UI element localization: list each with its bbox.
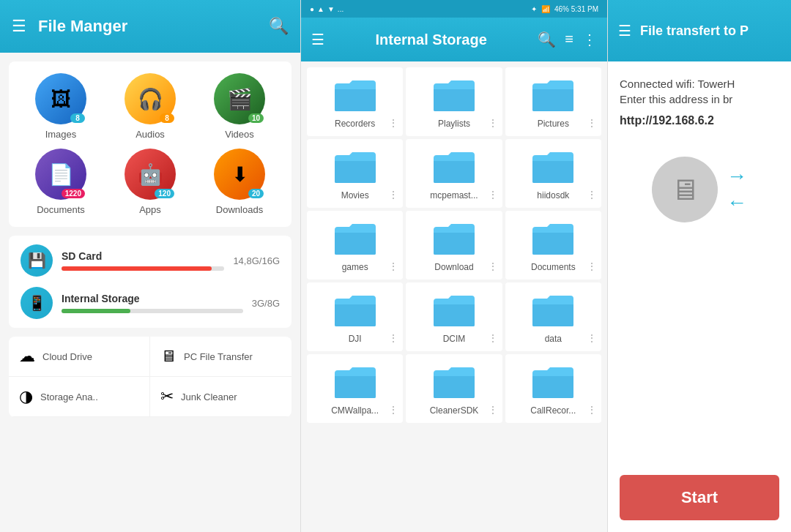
internal-size: 3G/8G xyxy=(252,298,280,309)
cloud-drive-icon: ☁ xyxy=(19,347,35,366)
file-item[interactable]: Download ⋮ xyxy=(406,211,502,280)
folder-icon xyxy=(333,78,377,113)
file-item[interactable]: CallRecor... ⋮ xyxy=(505,354,601,423)
sd-card-info: SD Card xyxy=(62,250,224,271)
folder-menu-icon[interactable]: ⋮ xyxy=(488,117,498,129)
folder-icon xyxy=(531,221,575,256)
folder-menu-icon[interactable]: ⋮ xyxy=(388,404,398,416)
grid-item-videos[interactable]: 🎬 10 Videos xyxy=(199,73,280,140)
header-icons: 🔍 ≡ ⋮ xyxy=(538,31,597,48)
folder-menu-icon[interactable]: ⋮ xyxy=(587,189,597,201)
folder-name: Download xyxy=(434,262,473,272)
file-item[interactable]: Playlists ⋮ xyxy=(406,67,502,136)
panel2-hamburger-icon[interactable]: ☰ xyxy=(311,31,324,48)
file-item[interactable]: DCIM ⋮ xyxy=(406,282,502,351)
folder-name: CallRecor... xyxy=(530,405,576,416)
file-item[interactable]: Movies ⋮ xyxy=(307,139,403,208)
file-item[interactable]: Documents ⋮ xyxy=(505,211,601,280)
folder-menu-icon[interactable]: ⋮ xyxy=(587,404,597,416)
folder-name: hiidosdk xyxy=(537,190,569,201)
menu-item-junk-cleaner[interactable]: ✂ Junk Cleaner xyxy=(150,377,291,417)
transfer-arrows: → ← xyxy=(727,165,747,214)
grid-item-downloads[interactable]: ⬇ 20 Downloads xyxy=(199,149,280,215)
panel2-search-icon[interactable]: 🔍 xyxy=(538,31,556,48)
cloud-drive-label: Cloud Drive xyxy=(42,351,92,362)
folder-menu-icon[interactable]: ⋮ xyxy=(488,332,498,344)
file-item[interactable]: Recorders ⋮ xyxy=(307,67,403,136)
folder-menu-icon[interactable]: ⋮ xyxy=(587,332,597,344)
folder-icon xyxy=(531,149,575,184)
folder-menu-icon[interactable]: ⋮ xyxy=(587,261,597,272)
folder-name: mcpemast... xyxy=(430,190,478,201)
search-icon[interactable]: 🔍 xyxy=(269,17,289,36)
transfer-graphic: 🖥 → ← xyxy=(620,157,779,222)
start-button[interactable]: Start xyxy=(620,475,779,520)
folder-menu-icon[interactable]: ⋮ xyxy=(388,117,398,129)
folder-menu-icon[interactable]: ⋮ xyxy=(587,117,597,129)
file-item[interactable]: CMWallpa... ⋮ xyxy=(307,354,403,423)
panel3-title: File transfert to P xyxy=(640,23,781,39)
folder-icon xyxy=(333,293,377,328)
audios-badge: 8 xyxy=(160,113,174,123)
file-item[interactable]: mcpemast... ⋮ xyxy=(406,139,502,208)
images-label: Images xyxy=(45,129,77,140)
internal-icon: 📱 xyxy=(21,287,53,319)
folder-name: data xyxy=(545,334,562,344)
internal-info: Internal Storage xyxy=(62,293,243,313)
internal-storage-panel: ● ▲ ▼ ... ✦ 📶 46% 5:31 PM ☰ Internal Sto… xyxy=(300,0,608,532)
folder-menu-icon[interactable]: ⋮ xyxy=(488,189,498,201)
downloads-icon: ⬇ 20 xyxy=(214,149,265,200)
storage-item-sd-card[interactable]: 💾 SD Card 14,8G/16G xyxy=(21,244,280,277)
file-item[interactable]: Pictures ⋮ xyxy=(505,67,601,136)
panel3-hamburger-icon[interactable]: ☰ xyxy=(618,22,631,40)
file-item[interactable]: hiidosdk ⋮ xyxy=(505,139,601,208)
documents-icon: 📄 1220 xyxy=(35,149,86,200)
folder-icon xyxy=(531,293,575,328)
folder-menu-icon[interactable]: ⋮ xyxy=(388,261,398,272)
folder-menu-icon[interactable]: ⋮ xyxy=(388,189,398,201)
folder-icon xyxy=(531,78,575,113)
documents-label: Documents xyxy=(37,204,85,215)
menu-item-cloud-drive[interactable]: ☁ Cloud Drive xyxy=(9,337,150,377)
folder-menu-icon[interactable]: ⋮ xyxy=(488,404,498,416)
folder-icon xyxy=(432,221,476,256)
apps-badge: 120 xyxy=(155,189,174,198)
bluetooth-icon: ✦ xyxy=(531,5,537,13)
file-item[interactable]: DJI ⋮ xyxy=(307,282,403,351)
grid-item-audios[interactable]: 🎧 8 Audios xyxy=(110,73,190,140)
status-left-icons: ● ▲ ▼ ... xyxy=(310,5,343,13)
folder-icon xyxy=(432,78,476,113)
audios-label: Audios xyxy=(135,129,165,140)
folder-name: DCIM xyxy=(443,334,466,344)
file-transfer-panel: ☰ File transfert to P Connected wifi: To… xyxy=(608,0,791,532)
panel2-more-icon[interactable]: ⋮ xyxy=(582,31,597,48)
arrow-left-icon: ← xyxy=(727,191,747,214)
images-badge: 8 xyxy=(70,113,85,123)
storage-item-internal[interactable]: 📱 Internal Storage 3G/8G xyxy=(21,287,280,319)
file-item[interactable]: CleanerSDK ⋮ xyxy=(406,354,502,423)
panel1-header: ☰ File Manger 🔍 xyxy=(0,0,300,53)
folder-icon xyxy=(432,364,476,400)
folder-icon xyxy=(531,364,575,400)
menu-item-pc-file-transfer[interactable]: 🖥 PC File Transfer xyxy=(150,337,291,377)
folder-name: Documents xyxy=(531,262,576,272)
panel2-list-icon[interactable]: ≡ xyxy=(565,31,573,48)
file-item[interactable]: data ⋮ xyxy=(505,282,601,351)
apps-label: Apps xyxy=(139,204,161,215)
grid-item-images[interactable]: 🖼 8 Images xyxy=(21,73,101,140)
file-item[interactable]: games ⋮ xyxy=(307,211,403,280)
downloads-label: Downloads xyxy=(216,204,263,215)
menu-item-storage-analyzer[interactable]: ◑ Storage Ana.. xyxy=(9,377,150,417)
arrow-right-icon: → xyxy=(727,165,747,188)
hamburger-icon[interactable]: ☰ xyxy=(12,17,26,36)
folder-name: CleanerSDK xyxy=(430,405,479,416)
grid-item-documents[interactable]: 📄 1220 Documents xyxy=(21,149,101,215)
folder-menu-icon[interactable]: ⋮ xyxy=(488,261,498,272)
media-grid: 🖼 8 Images 🎧 8 Audios 🎬 10 Videos 📄 1220… xyxy=(9,61,291,227)
downloads-badge: 20 xyxy=(248,189,264,198)
grid-item-apps[interactable]: 🤖 120 Apps xyxy=(110,149,190,215)
sd-card-name: SD Card xyxy=(62,250,224,262)
folder-menu-icon[interactable]: ⋮ xyxy=(388,332,398,344)
sd-card-bar xyxy=(62,266,224,271)
file-grid: Recorders ⋮ Playlists ⋮ Pictures ⋮ Movie… xyxy=(301,61,607,532)
